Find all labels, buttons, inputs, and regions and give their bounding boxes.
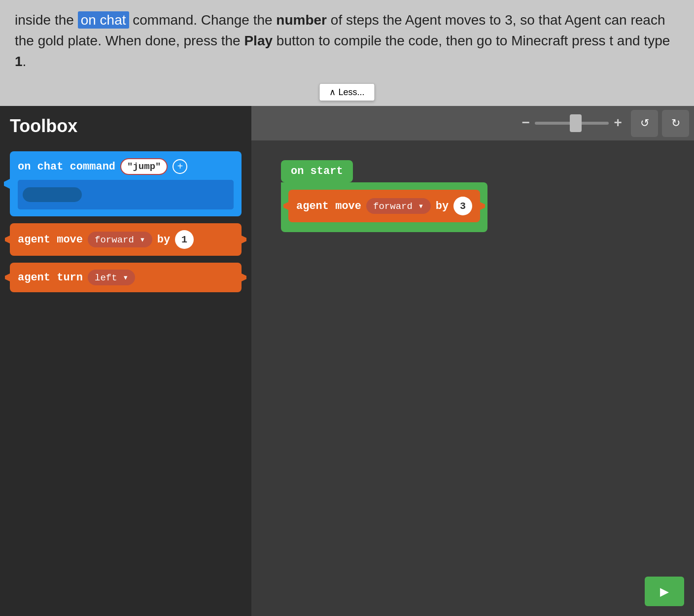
editor-area: Toolbox on chat command "jump" + agent m…	[0, 106, 694, 616]
workspace-toolbar: − + ↺ ↻	[251, 106, 694, 140]
jump-string-badge[interactable]: "jump"	[120, 158, 168, 175]
agent-turn-block[interactable]: agent turn left ▾	[10, 263, 242, 292]
move-number-badge[interactable]: 1	[175, 230, 194, 249]
on-chat-command-block[interactable]: on chat command "jump" +	[10, 151, 242, 216]
instruction-after-highlight: command. Change the	[129, 12, 277, 28]
instruction-bold-1: 1	[15, 54, 23, 69]
undo-icon: ↺	[640, 117, 649, 130]
by-label: by	[157, 234, 170, 246]
toolbox-panel: Toolbox on chat command "jump" + agent m…	[0, 106, 251, 616]
agent-move-row: agent move forward ▾ by 1	[18, 230, 194, 249]
chat-command-header: on chat command "jump" +	[18, 158, 234, 175]
instruction-prefix: inside the	[15, 12, 78, 28]
instruction-final: .	[23, 54, 27, 69]
on-start-body: agent move forward ▾ by 3	[281, 182, 487, 232]
zoom-thumb[interactable]	[570, 114, 582, 132]
canvas-agent-move-block[interactable]: agent move forward ▾ by 3	[288, 190, 480, 222]
on-chat-highlight: on chat	[78, 11, 129, 29]
toolbox-title: Toolbox	[10, 116, 242, 137]
instruction-text: inside the on chat command. Change the n…	[15, 10, 679, 72]
snake-shape	[23, 187, 82, 202]
zoom-slider[interactable]	[535, 122, 609, 125]
play-button[interactable]: ▶	[645, 577, 684, 606]
instruction-bold-number: number	[276, 12, 327, 28]
canvas-agent-move-label: agent move	[296, 200, 361, 212]
forward-dropdown[interactable]: forward ▾	[88, 232, 152, 247]
on-start-container: on start agent move forward ▾ by 3	[281, 160, 487, 232]
chat-command-body	[18, 180, 234, 209]
left-dropdown[interactable]: left ▾	[88, 270, 135, 285]
agent-turn-label: agent turn	[18, 272, 83, 284]
on-chat-label: on chat command	[18, 161, 115, 173]
undo-button[interactable]: ↺	[631, 110, 658, 137]
redo-icon: ↻	[671, 117, 680, 130]
add-button[interactable]: +	[173, 159, 187, 174]
redo-button[interactable]: ↻	[662, 110, 689, 137]
canvas-move-number-badge[interactable]: 3	[453, 197, 472, 215]
less-button[interactable]: ∧ Less...	[319, 83, 375, 101]
on-start-block[interactable]: on start	[281, 160, 353, 182]
agent-move-label: agent move	[18, 234, 83, 246]
agent-move-block[interactable]: agent move forward ▾ by 1	[10, 223, 242, 256]
workspace-panel: − + ↺ ↻ on start agen	[251, 106, 694, 616]
zoom-plus[interactable]: +	[614, 116, 622, 131]
on-start-label: on start	[291, 165, 343, 177]
instruction-bold-play: Play	[244, 33, 273, 48]
instruction-area: inside the on chat command. Change the n…	[0, 0, 694, 106]
canvas-by-label: by	[436, 200, 449, 212]
less-button-label: ∧ Less...	[329, 87, 364, 98]
zoom-minus[interactable]: −	[521, 116, 530, 131]
zoom-control: − +	[521, 116, 622, 131]
instruction-end: button to compile the code, then go to M…	[273, 33, 670, 48]
canvas-forward-dropdown[interactable]: forward ▾	[366, 198, 431, 214]
agent-turn-row: agent turn left ▾	[18, 270, 135, 285]
play-icon: ▶	[660, 582, 669, 601]
canvas-area: on start agent move forward ▾ by 3 ▶	[251, 140, 694, 616]
